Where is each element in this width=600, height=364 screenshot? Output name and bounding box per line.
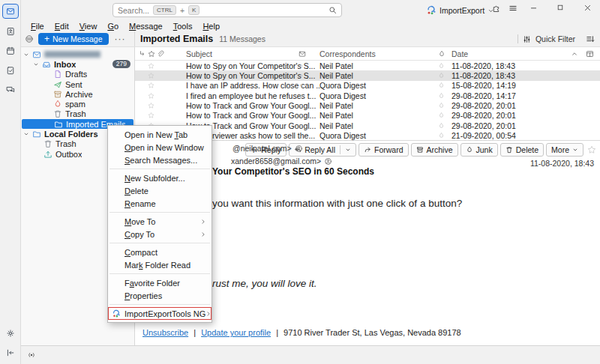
archive-icon <box>53 90 62 99</box>
unsubscribe-link[interactable]: Unsubscribe <box>142 328 188 337</box>
email-footer: Unsubscribe | Update your profile | 9710… <box>142 328 461 337</box>
star-icon[interactable] <box>148 73 154 79</box>
close-button[interactable] <box>584 4 592 12</box>
message-row[interactable]: How to Spy on Your Competitor's S...Neil… <box>135 70 600 80</box>
body-line-2: rust me, you will love it. <box>212 278 317 289</box>
folder-item-account[interactable]: ████████████████ <box>21 49 134 59</box>
broadcast-icon[interactable] <box>27 351 36 360</box>
contact-icon[interactable] <box>324 157 332 166</box>
menu-item-move-to[interactable]: Move To <box>108 215 212 228</box>
star-icon[interactable] <box>148 103 154 109</box>
read-column-icon[interactable] <box>298 50 306 58</box>
calendar-space-button[interactable] <box>3 44 18 58</box>
plus-sign: + <box>180 6 184 15</box>
star-column-icon[interactable] <box>148 50 155 58</box>
message-row[interactable]: How to Spy on Your Competitor's S...Neil… <box>135 61 600 70</box>
minimize-button[interactable] <box>530 4 538 12</box>
correspondent-cell: Quora Digest <box>320 131 366 140</box>
date-column-header[interactable]: Date <box>452 49 468 58</box>
message-list-options-icon[interactable] <box>586 34 595 43</box>
menu-item-delete[interactable]: Delete <box>108 184 212 197</box>
button-label: Forward <box>374 145 404 154</box>
from-address-fragment: @neilpatel.com> <box>232 144 292 153</box>
new-message-button[interactable]: + New Message <box>38 33 109 45</box>
folder-item-trash[interactable]: Trash <box>21 109 134 119</box>
attachment-column-icon[interactable] <box>157 50 164 58</box>
menu-separator <box>110 169 210 169</box>
column-picker-icon[interactable] <box>586 49 594 58</box>
submenu-arrow-icon <box>206 311 212 317</box>
menu-item-label: Copy To <box>124 230 154 239</box>
star-icon[interactable] <box>148 62 154 69</box>
star-icon[interactable] <box>148 112 154 119</box>
forward-button[interactable]: Forward <box>358 143 409 157</box>
folder-item-sent[interactable]: Sent <box>21 79 134 89</box>
update-profile-link[interactable]: Update your profile <box>201 328 271 337</box>
menu-item-open-in-new-tab[interactable]: Open in New Tab <box>108 128 212 141</box>
date-cell: 11-08-2020, 18:43 <box>452 61 515 70</box>
junk-column-icon[interactable] <box>438 50 446 58</box>
tasks-space-button[interactable] <box>3 64 18 77</box>
subject-column-header[interactable]: Subject <box>186 49 212 58</box>
message-row[interactable]: I have an IP address. How close can ...Q… <box>135 81 600 91</box>
button-label: Reply All <box>304 145 335 154</box>
address-book-space-button[interactable] <box>3 25 18 38</box>
extensions-button[interactable] <box>492 4 501 13</box>
mail-space-button[interactable] <box>2 4 19 19</box>
button-label: Delete <box>516 145 538 154</box>
menubar-item-go[interactable]: Go <box>102 22 124 31</box>
folder-label: Sent <box>65 80 82 89</box>
menubar-item-tools[interactable]: Tools <box>168 22 198 31</box>
menu-item-properties[interactable]: Properties <box>108 289 212 302</box>
quick-filter-button[interactable]: Quick Filter <box>536 34 575 43</box>
menu-item-search-messages[interactable]: Search Messages... <box>108 154 212 166</box>
menu-item-rename[interactable]: Rename <box>108 197 212 210</box>
menubar-item-file[interactable]: File <box>26 22 50 31</box>
menu-item-copy-to[interactable]: Copy To <box>108 228 212 240</box>
correspondents-column-header[interactable]: Correspondents <box>320 49 376 58</box>
chat-space-button[interactable] <box>3 83 18 97</box>
menu-item-importexporttools-ng[interactable]: ImportExportTools NG <box>108 307 212 320</box>
menu-item-open-in-new-window[interactable]: Open in New Window <box>108 141 212 154</box>
star-icon[interactable] <box>148 82 154 89</box>
folder-pane-options-button[interactable]: ··· <box>115 34 126 44</box>
folder-item-archive[interactable]: Archive <box>21 89 134 99</box>
folder-label: Inbox <box>54 60 76 69</box>
app-menu-button[interactable] <box>508 4 518 13</box>
menubar-item-edit[interactable]: Edit <box>50 22 74 31</box>
junk-button[interactable]: Junk <box>460 143 498 157</box>
button-label: More <box>551 145 569 154</box>
correspondent-cell: Quora Digest <box>320 81 366 90</box>
menu-item-favorite-folder[interactable]: Favorite Folder <box>108 276 212 289</box>
menu-item-new-subfolder[interactable]: New Subfolder... <box>108 172 212 184</box>
menubar-item-message[interactable]: Message <box>124 22 168 31</box>
tasks-icon <box>6 66 15 75</box>
subject-cell: How to Spy on Your Competitor's S... <box>186 61 315 70</box>
contact-icon[interactable] <box>295 145 303 153</box>
more-button[interactable]: More <box>546 143 584 157</box>
archive-button[interactable]: Archive <box>411 143 458 157</box>
message-row[interactable]: How to Track and Grow Your Googl...Neil … <box>135 111 600 121</box>
message-row[interactable]: How to Track and Grow Your Googl...Neil … <box>135 100 600 110</box>
collapse-spaces-button[interactable] <box>3 346 18 360</box>
folder-item-inbox[interactable]: Inbox279 <box>21 59 134 69</box>
menu-item-mark-folder-read[interactable]: Mark Folder Read <box>108 258 212 271</box>
menubar-item-view[interactable]: View <box>74 22 103 31</box>
settings-button[interactable] <box>3 327 18 340</box>
menu-item-label: Properties <box>124 291 162 300</box>
chevron-down-icon <box>33 61 39 67</box>
maximize-button[interactable] <box>556 4 564 11</box>
menubar-item-help[interactable]: Help <box>197 22 225 31</box>
folder-item-drafts[interactable]: Drafts <box>21 70 134 79</box>
global-search-input[interactable]: Search... CTRL + K <box>112 3 342 17</box>
sort-ascending-icon[interactable] <box>571 50 578 58</box>
folder-item-spam[interactable]: spam <box>21 99 134 109</box>
message-row[interactable]: I fired an employee but he refuses t...Q… <box>135 91 600 100</box>
flame-icon <box>466 146 473 154</box>
menu-item-compact[interactable]: Compact <box>108 246 212 258</box>
importexport-toolbar-button[interactable]: ImportExport <box>426 4 494 17</box>
star-icon[interactable] <box>148 92 154 99</box>
delete-button[interactable]: Delete <box>500 143 544 157</box>
thread-column-icon[interactable] <box>139 50 146 58</box>
folder-icon <box>54 120 63 129</box>
